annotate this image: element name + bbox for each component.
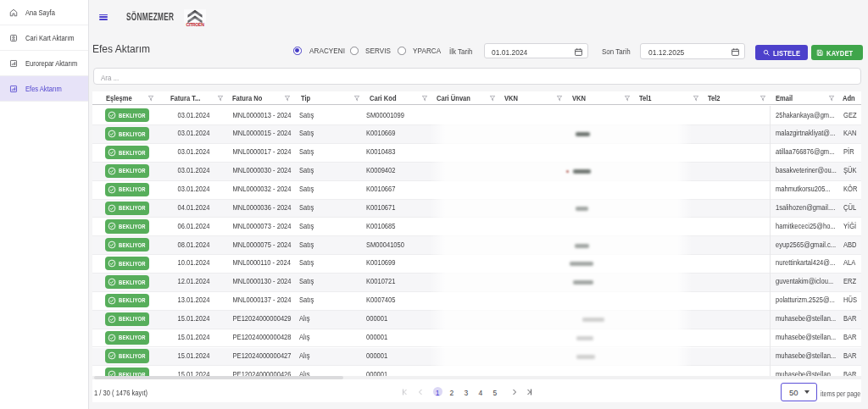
svg-text:CITROËN: CITROËN [186, 21, 204, 25]
